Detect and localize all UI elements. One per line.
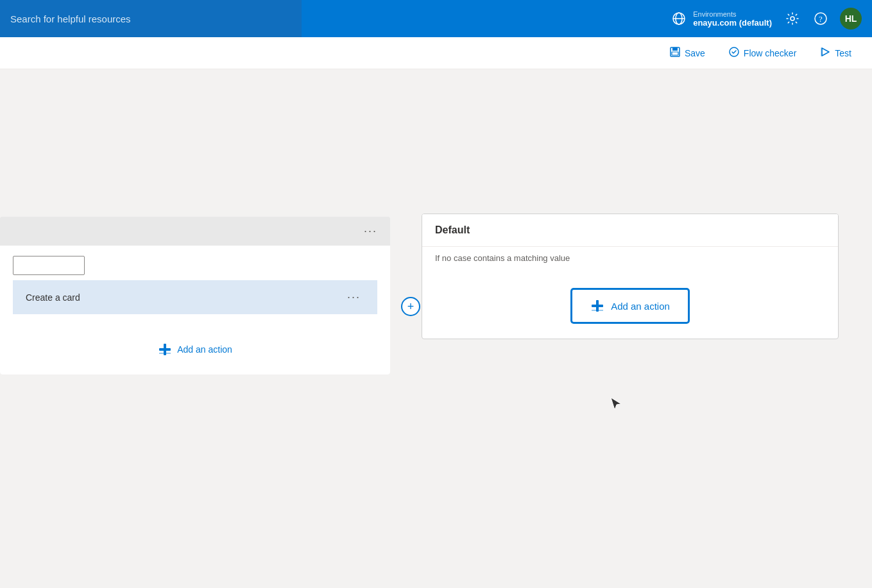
environment-name: enayu.com (default) <box>693 18 772 28</box>
test-icon <box>819 46 831 60</box>
left-card-footer: Add an action <box>0 324 390 374</box>
help-button[interactable]: ? <box>808 8 834 29</box>
svg-point-3 <box>791 17 794 21</box>
toolbar: Save Flow checker Test <box>0 37 872 69</box>
left-panel: ··· Create a card ··· Add an action <box>0 217 390 374</box>
default-card-subtitle: If no case contains a matching value <box>422 247 838 273</box>
action-item: Create a card ··· <box>13 280 377 314</box>
case-input[interactable] <box>13 256 85 275</box>
svg-rect-8 <box>672 52 678 55</box>
default-card: If no case contains a matching value Add… <box>422 214 839 339</box>
top-bar-right: Environments enayu.com (default) ? HL <box>671 8 872 29</box>
test-label: Test <box>835 48 851 58</box>
cursor-indicator <box>610 396 622 414</box>
add-action-icon-left <box>158 342 172 357</box>
left-card-body: Create a card ··· <box>0 246 390 324</box>
environments-label: Environments <box>693 10 772 18</box>
flow-checker-button[interactable]: Flow checker <box>723 44 801 63</box>
test-button[interactable]: Test <box>814 44 857 63</box>
add-action-button-highlighted[interactable]: Add an action <box>571 289 689 323</box>
left-add-action-label: Add an action <box>177 344 232 355</box>
environment-text: Environments enayu.com (default) <box>693 10 772 28</box>
left-add-action-button[interactable]: Add an action <box>150 337 240 362</box>
save-label: Save <box>685 48 705 58</box>
plus-icon: + <box>407 300 415 314</box>
plus-connector: + <box>398 294 423 319</box>
top-navigation-bar: Environments enayu.com (default) ? HL <box>0 0 872 37</box>
save-icon <box>669 46 681 60</box>
left-card-header: ··· <box>0 217 390 246</box>
svg-rect-13 <box>159 353 171 354</box>
left-card-more-button[interactable]: ··· <box>360 223 381 239</box>
main-area: ··· Create a card ··· Add an action <box>0 69 872 588</box>
search-input[interactable] <box>10 13 291 24</box>
flow-checker-icon <box>728 46 740 60</box>
action-item-more-button[interactable]: ··· <box>343 289 364 305</box>
settings-button[interactable] <box>780 8 805 29</box>
svg-rect-15 <box>592 305 603 307</box>
save-button[interactable]: Save <box>664 44 710 63</box>
search-box-container <box>0 0 302 37</box>
svg-text:?: ? <box>819 14 823 24</box>
environment-icon <box>671 11 687 26</box>
avatar[interactable]: HL <box>840 8 862 29</box>
left-card: ··· Create a card ··· Add an action <box>0 217 390 374</box>
add-action-label-highlighted: Add an action <box>611 301 670 312</box>
plus-circle-button[interactable]: + <box>401 297 420 316</box>
default-card-title-input[interactable] <box>422 214 838 246</box>
action-item-label: Create a card <box>26 292 80 303</box>
default-card-body: Add an action <box>422 273 838 339</box>
svg-rect-12 <box>159 348 171 351</box>
svg-rect-7 <box>672 47 678 51</box>
svg-rect-16 <box>592 310 603 311</box>
add-action-icon-highlighted <box>590 299 604 313</box>
svg-rect-10 <box>821 47 823 56</box>
environment-info: Environments enayu.com (default) <box>671 10 772 28</box>
flow-checker-label: Flow checker <box>744 48 796 58</box>
default-card-header <box>422 214 838 247</box>
